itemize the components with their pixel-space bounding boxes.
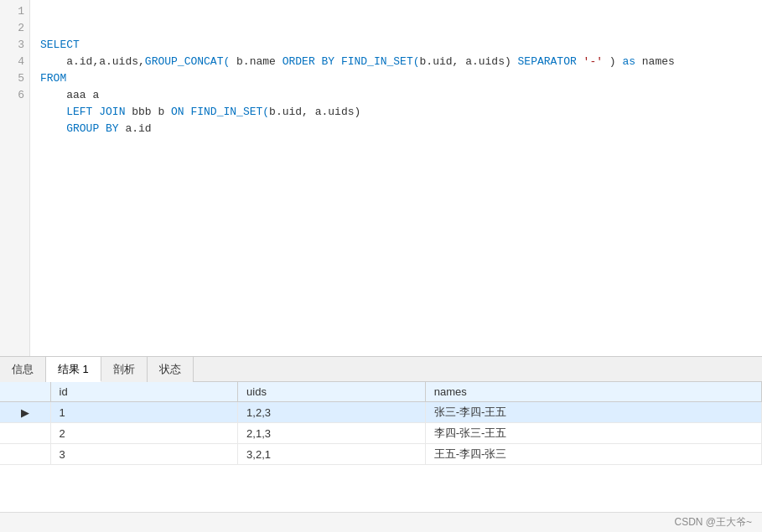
table-cell: 3,2,1 <box>238 444 426 465</box>
tab-信息[interactable]: 信息 <box>0 357 46 382</box>
table-row: 33,2,1王五-李四-张三 <box>0 444 762 465</box>
line-number: 5 <box>0 70 24 87</box>
line-number: 1 <box>0 3 24 20</box>
table-body: ▶11,2,3张三-李四-王五22,1,3李四-张三-王五33,2,1王五-李四… <box>0 402 762 465</box>
row-indicator: ▶ <box>0 402 50 423</box>
table-cell: 王五-李四-张三 <box>425 444 761 465</box>
code-line: aaa a <box>40 87 762 104</box>
table-header-indicator <box>0 382 50 402</box>
editor-panel: 123456 SELECT a.id,a.uids,GROUP_CONCAT( … <box>0 0 762 357</box>
line-number: 6 <box>0 87 24 104</box>
tab-剖析[interactable]: 剖析 <box>101 357 148 382</box>
line-number: 2 <box>0 20 24 37</box>
table-cell: 张三-李四-王五 <box>425 402 761 423</box>
results-table-wrapper[interactable]: iduidsnames ▶11,2,3张三-李四-王五22,1,3李四-张三-王… <box>0 382 762 512</box>
table-row: 22,1,3李四-张三-王五 <box>0 423 762 444</box>
code-line: LEFT JOIN bbb b ON FIND_IN_SET(b.uid, a.… <box>40 104 762 121</box>
table-cell: 李四-张三-王五 <box>425 423 761 444</box>
table-col-uids: uids <box>238 382 426 402</box>
code-line: SELECT <box>40 37 762 54</box>
table-header: iduidsnames <box>0 382 762 402</box>
status-text: CSDN @王大爷~ <box>674 515 752 529</box>
code-line: FROM <box>40 70 762 87</box>
code-content[interactable]: SELECT a.id,a.uids,GROUP_CONCAT( b.name … <box>30 0 762 356</box>
tab-状态[interactable]: 状态 <box>148 357 194 382</box>
row-indicator <box>0 444 50 465</box>
table-cell: 3 <box>50 444 238 465</box>
table-cell: 1 <box>50 402 238 423</box>
table-col-id: id <box>50 382 238 402</box>
row-indicator <box>0 423 50 444</box>
code-line: a.id,a.uids,GROUP_CONCAT( b.name ORDER B… <box>40 54 762 70</box>
results-table: iduidsnames ▶11,2,3张三-李四-王五22,1,3李四-张三-王… <box>0 382 762 465</box>
table-col-names: names <box>425 382 761 402</box>
table-cell: 1,2,3 <box>238 402 426 423</box>
bottom-panel: 信息结果 1剖析状态 iduidsnames ▶11,2,3张三-李四-王五22… <box>0 357 762 512</box>
status-bar: CSDN @王大爷~ <box>0 512 762 532</box>
line-number: 4 <box>0 54 24 70</box>
line-numbers: 123456 <box>0 0 30 356</box>
table-row: ▶11,2,3张三-李四-王五 <box>0 402 762 423</box>
tabs-bar: 信息结果 1剖析状态 <box>0 357 762 382</box>
tab-结果-1[interactable]: 结果 1 <box>46 357 101 382</box>
table-cell: 2,1,3 <box>238 423 426 444</box>
code-line: GROUP BY a.id <box>40 121 762 137</box>
line-number: 3 <box>0 37 24 54</box>
table-cell: 2 <box>50 423 238 444</box>
